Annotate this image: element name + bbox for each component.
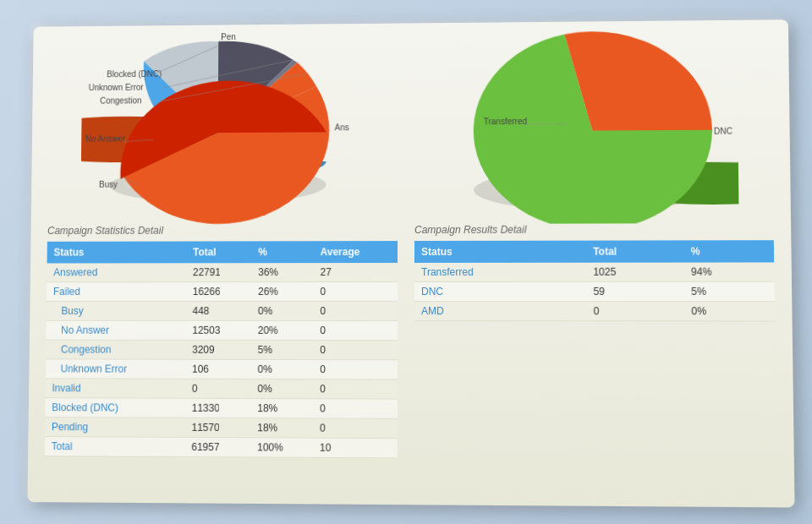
- table-row: Unknown Error 106 0% 0: [46, 359, 398, 379]
- campaign-statistics-table: Status Total % Average Answered 22791 36…: [45, 241, 398, 458]
- total-cell: 448: [186, 301, 251, 320]
- percent-cell: 0%: [684, 302, 775, 321]
- average-cell: 27: [314, 263, 398, 282]
- total-cell: 59: [586, 281, 684, 301]
- table-row: Total 61957 100% 10: [45, 437, 398, 458]
- stats-col-average: Average: [314, 241, 398, 263]
- total-cell: 106: [185, 359, 251, 379]
- campaign-results-table: Status Total % Transferred 1025 94% DNC …: [414, 240, 775, 321]
- campaign-statistics-section: Campaign Statistics Detail Status Total …: [44, 224, 398, 496]
- campaign-results-title: Campaign Results Detail: [414, 223, 774, 236]
- right-chart-container: Transferred DNC: [414, 28, 774, 224]
- status-cell: Congestion: [46, 340, 185, 359]
- average-cell: 0: [313, 418, 398, 439]
- average-cell: 0: [313, 360, 398, 379]
- total-cell: 16266: [186, 282, 251, 302]
- total-cell: 0: [185, 379, 251, 398]
- stats-col-percent: %: [251, 241, 313, 263]
- status-cell: Failed: [47, 282, 186, 302]
- label-busy: Busy: [99, 180, 118, 189]
- table-row: Answered 22791 36% 27: [47, 263, 398, 282]
- status-cell: AMD: [414, 302, 586, 321]
- table-row: Congestion 3209 5% 0: [46, 340, 398, 360]
- table-row: Transferred 1025 94%: [414, 262, 774, 281]
- average-cell: 10: [313, 438, 398, 458]
- right-pie-chart: Transferred DNC: [448, 29, 739, 224]
- charts-row: Ans Pen Blocked (DNC) Unknown Error Cong…: [31, 19, 791, 225]
- label-pen: Pen: [221, 32, 235, 41]
- total-cell: 3209: [185, 340, 251, 359]
- total-cell: 22791: [186, 263, 251, 281]
- table-row: No Answer 12503 20% 0: [46, 320, 398, 340]
- label-blocked: Blocked (DNC): [107, 69, 162, 79]
- table-row: Invalid 0 0% 0: [46, 379, 398, 399]
- label-no-answer: No Answer: [85, 134, 126, 144]
- percent-cell: 20%: [251, 320, 314, 340]
- stats-header-row: Status Total % Average: [47, 241, 398, 263]
- table-row: Busy 448 0% 0: [47, 301, 398, 320]
- results-header-row: Status Total %: [414, 240, 774, 263]
- stats-col-total: Total: [186, 241, 251, 263]
- label-dnc: DNC: [714, 126, 732, 135]
- table-row: AMD 0 0%: [414, 302, 775, 321]
- status-cell: Transferred: [414, 263, 586, 282]
- percent-cell: 94%: [684, 262, 775, 281]
- left-pie-chart: Ans Pen Blocked (DNC) Unknown Error Cong…: [80, 32, 364, 225]
- table-row: Pending 11570 18% 0: [45, 418, 398, 439]
- percent-cell: 0%: [250, 379, 313, 398]
- status-cell: Total: [45, 437, 185, 457]
- left-chart-container: Ans Pen Blocked (DNC) Unknown Error Cong…: [47, 31, 398, 225]
- average-cell: 0: [313, 379, 398, 399]
- table-row: DNC 59 5%: [414, 281, 775, 301]
- total-cell: 12503: [185, 320, 251, 340]
- status-cell: DNC: [414, 281, 586, 301]
- status-cell: No Answer: [46, 320, 185, 340]
- percent-cell: 18%: [250, 418, 313, 438]
- total-cell: 1025: [586, 263, 684, 282]
- status-cell: Pending: [45, 418, 185, 438]
- total-cell: 0: [586, 302, 684, 321]
- label-transferred: Transferred: [484, 117, 527, 126]
- table-row: Failed 16266 26% 0: [47, 282, 398, 302]
- dashboard: Ans Pen Blocked (DNC) Unknown Error Cong…: [27, 19, 794, 507]
- average-cell: 0: [313, 321, 398, 341]
- percent-cell: 36%: [251, 263, 313, 281]
- percent-cell: 18%: [250, 399, 313, 418]
- status-cell: Busy: [47, 301, 186, 320]
- total-cell: 61957: [184, 437, 250, 457]
- percent-cell: 0%: [251, 359, 314, 379]
- results-col-status: Status: [414, 241, 586, 263]
- percent-cell: 26%: [251, 282, 313, 302]
- average-cell: 0: [314, 282, 398, 302]
- label-unknown-error: Unknown Error: [89, 83, 145, 92]
- status-cell: Unknown Error: [46, 359, 185, 379]
- average-cell: 0: [313, 399, 398, 419]
- tables-row: Campaign Statistics Detail Status Total …: [27, 223, 794, 508]
- average-cell: 0: [313, 302, 398, 321]
- status-cell: Answered: [47, 263, 186, 281]
- stats-col-status: Status: [47, 242, 187, 264]
- campaign-statistics-title: Campaign Statistics Detail: [47, 224, 398, 237]
- total-cell: 11330: [185, 398, 251, 418]
- percent-cell: 100%: [250, 438, 313, 458]
- campaign-results-section: Campaign Results Detail Status Total % T…: [414, 223, 777, 499]
- average-cell: 0: [313, 341, 398, 360]
- status-cell: Invalid: [46, 379, 186, 398]
- total-cell: 11570: [185, 418, 251, 437]
- results-col-total: Total: [586, 240, 684, 262]
- percent-cell: 5%: [251, 340, 314, 359]
- results-col-percent: %: [683, 240, 774, 262]
- table-row: Blocked (DNC) 11330 18% 0: [45, 398, 398, 419]
- status-cell: Blocked (DNC): [45, 398, 185, 418]
- label-ans: Ans: [335, 123, 349, 132]
- percent-cell: 5%: [684, 281, 775, 301]
- percent-cell: 0%: [251, 302, 314, 321]
- label-congestion: Congestion: [100, 96, 141, 105]
